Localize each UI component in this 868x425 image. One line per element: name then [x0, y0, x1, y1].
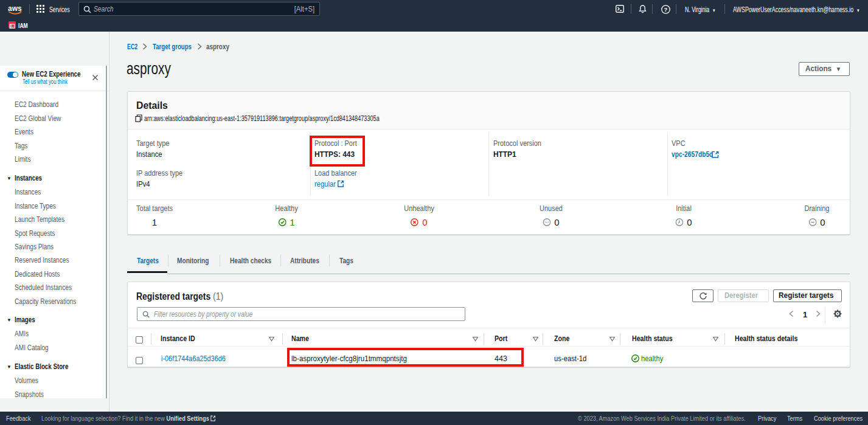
- svg-text:?: ?: [664, 6, 668, 13]
